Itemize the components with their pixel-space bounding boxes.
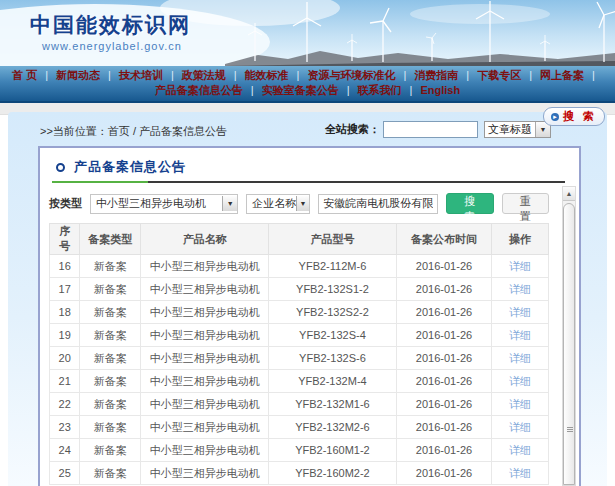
product-type-select-value: 中小型三相异步电动机	[91, 196, 211, 211]
cell-date: 2016-01-26	[396, 324, 491, 347]
cell-name: 中小型三相异步电动机	[141, 255, 269, 278]
detail-link[interactable]: 详细	[509, 398, 531, 410]
nav-item[interactable]: 实验室备案公告	[262, 83, 358, 98]
cell-type: 新备案	[80, 347, 141, 370]
cell-model: YFB2-132M-4	[269, 370, 397, 393]
site-search-button[interactable]: ► 搜 索	[543, 107, 605, 126]
cell-no: 23	[50, 416, 80, 439]
breadcrumb: >>当前位置：首页 / 产品备案信息公告	[40, 124, 227, 139]
breadcrumb-home-link[interactable]: 首页	[108, 125, 130, 137]
col-header-date: 备案公布时间	[396, 224, 491, 255]
section-title: 产品备案信息公告	[74, 158, 186, 176]
nav-item[interactable]: 新闻动态	[56, 68, 119, 83]
cell-date: 2016-01-26	[396, 301, 491, 324]
site-search: 全站搜索： 文章标题 ▼	[325, 121, 551, 138]
site-logo[interactable]: 中国能效标识网 www.energylabel.gov.cn	[30, 11, 191, 52]
article-title-select[interactable]: 文章标题 ▼	[484, 121, 551, 138]
site-search-button-label: 搜 索	[563, 109, 597, 124]
cell-no: 25	[50, 462, 80, 485]
detail-link[interactable]: 详细	[509, 467, 531, 479]
col-header-name: 产品名称	[141, 224, 269, 255]
circle-bullet-icon	[56, 163, 65, 172]
scrollbar-grip	[567, 427, 573, 433]
nav-item[interactable]: English	[420, 83, 460, 98]
cell-type: 新备案	[80, 439, 141, 462]
cell-name: 中小型三相异步电动机	[141, 278, 269, 301]
cell-type: 新备案	[80, 393, 141, 416]
cell-no: 22	[50, 393, 80, 416]
col-header-action: 操作	[492, 224, 549, 255]
cell-date: 2016-01-26	[396, 416, 491, 439]
detail-link[interactable]: 详细	[509, 329, 531, 341]
nav-item[interactable]: 技术培训	[119, 68, 182, 83]
nav-item[interactable]: 产品备案信息公告	[155, 83, 262, 98]
chevron-down-icon[interactable]: ▼	[222, 196, 237, 211]
nav-item[interactable]: 消费指南	[414, 68, 477, 83]
nav-item[interactable]: 能效标准	[245, 68, 308, 83]
breadcrumb-prefix: >>当前位置：	[40, 125, 108, 137]
nav-item[interactable]: 网上备案	[540, 68, 603, 83]
cell-no: 16	[50, 255, 80, 278]
filter-type-label: 按类型	[49, 196, 82, 211]
cell-type: 新备案	[80, 416, 141, 439]
search-icon: ►	[551, 113, 559, 121]
detail-link[interactable]: 详细	[509, 375, 531, 387]
filter-bar: 按类型 中小型三相异步电动机 ▼ 企业名称 ▼ 搜索 重置	[49, 193, 549, 214]
filter-search-button[interactable]: 搜索	[446, 193, 493, 214]
section-title-underline	[52, 181, 565, 183]
table-header-row: 序号 备案类型 产品名称 产品型号 备案公布时间 操作	[50, 224, 549, 255]
product-type-select[interactable]: 中小型三相异步电动机 ▼	[90, 194, 238, 214]
header-banner: 中国能效标识网 www.energylabel.gov.cn	[0, 0, 615, 66]
col-header-no: 序号	[50, 224, 80, 255]
nav-item[interactable]: 资源与环境标准化	[307, 68, 414, 83]
table-row: 24 新备案 中小型三相异步电动机 YFB2-160M1-2 2016-01-2…	[50, 439, 549, 462]
main-nav: 首 页 新闻动态 技术培训 政策法规 能效标准 资源与环境标准化 消费指南 下载…	[0, 66, 615, 103]
site-name: 中国能效标识网	[30, 11, 191, 39]
cell-name: 中小型三相异步电动机	[141, 439, 269, 462]
cell-date: 2016-01-26	[396, 439, 491, 462]
company-name-input[interactable]	[318, 194, 438, 214]
col-header-model: 产品型号	[269, 224, 397, 255]
nav-item[interactable]: 政策法规	[182, 68, 245, 83]
cell-type: 新备案	[80, 301, 141, 324]
chevron-down-icon[interactable]: ▼	[296, 196, 309, 211]
table-row: 20 新备案 中小型三相异步电动机 YFB2-132S-6 2016-01-26…	[50, 347, 549, 370]
scrollbar-thumb[interactable]	[563, 203, 575, 485]
site-url: www.energylabel.gov.cn	[42, 40, 191, 52]
cell-name: 中小型三相异步电动机	[141, 462, 269, 485]
cell-type: 新备案	[80, 324, 141, 347]
nav-item[interactable]: 联系我们	[358, 83, 421, 98]
cell-date: 2016-01-26	[396, 255, 491, 278]
vertical-scrollbar[interactable]: ▲	[562, 186, 576, 486]
detail-link[interactable]: 详细	[509, 306, 531, 318]
records-table: 序号 备案类型 产品名称 产品型号 备案公布时间 操作 16 新备案 中	[49, 223, 549, 485]
detail-link[interactable]: 详细	[509, 421, 531, 433]
cell-name: 中小型三相异步电动机	[141, 370, 269, 393]
table-row: 23 新备案 中小型三相异步电动机 YFB2-132M2-6 2016-01-2…	[50, 416, 549, 439]
scrollbar-up-icon[interactable]: ▲	[563, 187, 575, 201]
company-field-select[interactable]: 企业名称 ▼	[246, 194, 310, 214]
cell-name: 中小型三相异步电动机	[141, 393, 269, 416]
cell-no: 18	[50, 301, 80, 324]
table-row: 18 新备案 中小型三相异步电动机 YFB2-132S2-2 2016-01-2…	[50, 301, 549, 324]
detail-link[interactable]: 详细	[509, 352, 531, 364]
cell-no: 21	[50, 370, 80, 393]
detail-link[interactable]: 详细	[509, 283, 531, 295]
company-field-select-value: 企业名称	[247, 196, 296, 211]
cell-no: 17	[50, 278, 80, 301]
cell-type: 新备案	[80, 370, 141, 393]
cell-date: 2016-01-26	[396, 278, 491, 301]
cell-type: 新备案	[80, 255, 141, 278]
nav-item[interactable]: 下载专区	[477, 68, 540, 83]
site-search-input[interactable]	[383, 121, 478, 138]
cell-model: YFB2-132M1-6	[269, 393, 397, 416]
table-row: 25 新备案 中小型三相异步电动机 YFB2-160M2-2 2016-01-2…	[50, 462, 549, 485]
cell-type: 新备案	[80, 278, 141, 301]
nav-item[interactable]: 首 页	[12, 68, 56, 83]
detail-link[interactable]: 详细	[509, 444, 531, 456]
filter-reset-button[interactable]: 重置	[502, 193, 549, 214]
cell-model: YFB2-132S1-2	[269, 278, 397, 301]
detail-link[interactable]: 详细	[509, 260, 531, 272]
cell-model: YFB2-112M-6	[269, 255, 397, 278]
cell-model: YFB2-132M2-6	[269, 416, 397, 439]
